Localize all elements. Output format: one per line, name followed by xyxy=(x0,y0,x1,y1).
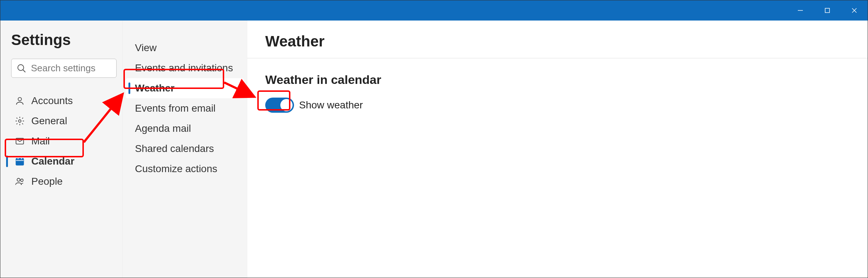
sidebar-item-mail[interactable]: Mail xyxy=(11,131,117,151)
divider xyxy=(247,58,868,58)
subnav-item-events-email[interactable]: Events from email xyxy=(123,98,247,118)
sidebar-item-label: Calendar xyxy=(31,156,74,167)
subnav-item-events-invitations[interactable]: Events and invitations xyxy=(123,58,247,78)
search-box[interactable] xyxy=(11,59,117,78)
show-weather-toggle[interactable] xyxy=(265,98,294,113)
svg-point-6 xyxy=(18,98,21,101)
toggle-knob xyxy=(280,99,293,111)
calendar-icon xyxy=(15,156,25,166)
subnav-item-customize-actions[interactable]: Customize actions xyxy=(123,159,247,179)
primary-sidebar: Settings Accounts General xyxy=(0,21,123,278)
section-title: Weather in calendar xyxy=(265,73,850,87)
search-icon xyxy=(17,63,27,73)
secondary-sidebar: View Events and invitations Weather Even… xyxy=(123,21,247,278)
svg-rect-9 xyxy=(16,158,24,165)
nav-list: Accounts General Mail Calendar xyxy=(11,91,117,192)
subnav-item-weather[interactable]: Weather xyxy=(126,78,244,98)
svg-point-4 xyxy=(18,64,24,70)
maximize-button[interactable] xyxy=(814,0,841,21)
svg-rect-8 xyxy=(16,138,24,144)
close-button[interactable] xyxy=(841,0,868,21)
person-icon xyxy=(15,96,25,106)
subnav-item-agenda-mail[interactable]: Agenda mail xyxy=(123,118,247,139)
svg-point-7 xyxy=(19,120,21,122)
minimize-button[interactable] xyxy=(787,0,814,21)
sidebar-item-label: People xyxy=(31,176,63,187)
gear-icon xyxy=(15,116,25,126)
main-pane: Weather Weather in calendar Show weather xyxy=(247,21,868,278)
content-area: Settings Accounts General xyxy=(0,21,868,278)
sidebar-item-label: Accounts xyxy=(31,95,73,107)
sidebar-item-label: Mail xyxy=(31,135,50,147)
sidebar-item-label: General xyxy=(31,115,67,127)
sidebar-item-people[interactable]: People xyxy=(11,171,117,192)
sidebar-item-general[interactable]: General xyxy=(11,111,117,131)
svg-rect-1 xyxy=(825,8,829,13)
sidebar-item-accounts[interactable]: Accounts xyxy=(11,91,117,111)
settings-title: Settings xyxy=(11,31,117,49)
svg-line-5 xyxy=(23,70,26,72)
toggle-label: Show weather xyxy=(299,99,363,111)
mail-icon xyxy=(15,136,25,146)
sidebar-item-calendar[interactable]: Calendar xyxy=(11,151,117,171)
people-icon xyxy=(15,176,25,187)
show-weather-row: Show weather xyxy=(265,98,850,113)
main-title: Weather xyxy=(265,33,850,50)
svg-point-13 xyxy=(17,178,20,181)
titlebar xyxy=(0,0,868,21)
svg-point-14 xyxy=(21,179,23,181)
subnav-item-shared-calendars[interactable]: Shared calendars xyxy=(123,139,247,159)
subnav-item-view[interactable]: View xyxy=(123,38,247,58)
